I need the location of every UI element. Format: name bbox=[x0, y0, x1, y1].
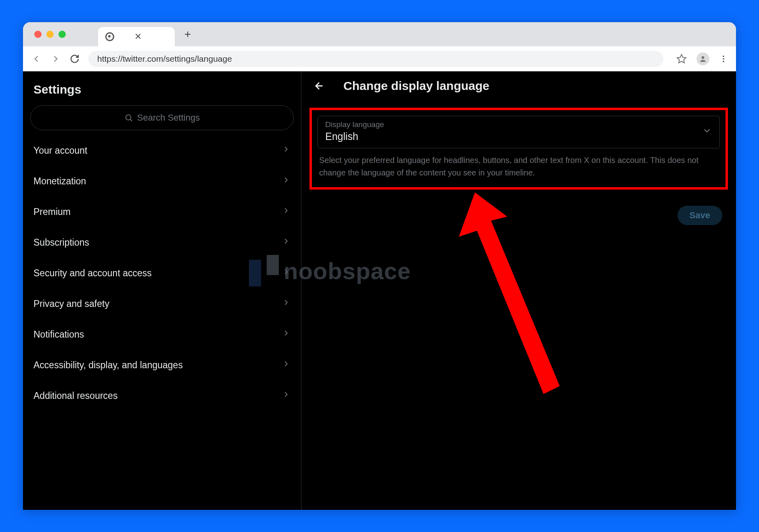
url-input[interactable]: https://twitter.com/settings/language bbox=[88, 51, 663, 67]
browser-toolbar: https://twitter.com/settings/language bbox=[23, 46, 736, 71]
display-language-select[interactable]: Display language English bbox=[318, 116, 720, 148]
search-placeholder: Search Settings bbox=[137, 113, 200, 123]
tab-close-icon[interactable]: ✕ bbox=[134, 31, 142, 42]
select-field-label: Display language bbox=[325, 120, 384, 129]
arrow-left-icon bbox=[314, 80, 325, 92]
chevron-right-icon bbox=[282, 390, 291, 401]
select-field-value: English bbox=[325, 131, 384, 142]
sidebar-item-label: Your account bbox=[33, 145, 87, 156]
sidebar-item-additional[interactable]: Additional resources bbox=[23, 380, 301, 411]
window-close-button[interactable] bbox=[34, 31, 42, 38]
kebab-menu-icon[interactable] bbox=[719, 54, 728, 63]
sidebar-item-monetization[interactable]: Monetization bbox=[23, 166, 301, 196]
sidebar-item-privacy[interactable]: Privacy and safety bbox=[23, 288, 301, 319]
window-minimize-button[interactable] bbox=[46, 31, 54, 38]
sidebar-item-security[interactable]: Security and account access bbox=[23, 258, 301, 288]
search-icon bbox=[124, 113, 133, 122]
sidebar-item-label: Notifications bbox=[33, 329, 84, 340]
nav-back-icon[interactable] bbox=[31, 54, 42, 64]
profile-avatar-icon[interactable] bbox=[696, 52, 709, 65]
sidebar-item-label: Subscriptions bbox=[33, 237, 89, 248]
svg-point-4 bbox=[723, 61, 724, 62]
chevron-right-icon bbox=[282, 267, 291, 279]
sidebar-item-accessibility[interactable]: Accessibility, display, and languages bbox=[23, 350, 301, 380]
bookmark-star-icon[interactable] bbox=[676, 54, 687, 64]
main-header: Change display language bbox=[301, 71, 736, 100]
nav-forward-icon[interactable] bbox=[50, 54, 61, 64]
search-settings-input[interactable]: Search Settings bbox=[30, 105, 294, 130]
back-button[interactable] bbox=[311, 78, 327, 94]
chevron-right-icon bbox=[282, 298, 291, 309]
sidebar-item-label: Premium bbox=[33, 207, 71, 217]
chevron-down-icon bbox=[702, 125, 712, 138]
svg-point-3 bbox=[723, 58, 724, 60]
browser-window: ✕ + https://twitter.com/settings/languag… bbox=[23, 22, 736, 510]
svg-point-5 bbox=[126, 115, 131, 120]
sidebar-item-label: Security and account access bbox=[33, 268, 152, 279]
chevron-right-icon bbox=[282, 145, 291, 156]
window-maximize-button[interactable] bbox=[59, 31, 66, 38]
browser-tabbar: ✕ + bbox=[23, 22, 736, 46]
chevron-right-icon bbox=[282, 329, 291, 340]
annotation-highlight: Display language English Select your pre… bbox=[309, 108, 728, 190]
chevron-right-icon bbox=[282, 175, 291, 187]
page-title: Change display language bbox=[343, 79, 489, 93]
chevron-right-icon bbox=[282, 206, 291, 217]
select-labels: Display language English bbox=[325, 120, 384, 142]
chevron-right-icon bbox=[282, 359, 291, 371]
chevron-right-icon bbox=[282, 237, 291, 248]
sidebar-item-premium[interactable]: Premium bbox=[23, 196, 301, 227]
svg-line-6 bbox=[130, 119, 132, 121]
sidebar-title: Settings bbox=[23, 76, 301, 105]
toolbar-actions bbox=[676, 52, 728, 65]
settings-menu: Your account Monetization Premium Subscr… bbox=[23, 135, 301, 411]
nav-reload-icon[interactable] bbox=[70, 54, 79, 64]
window-controls bbox=[34, 31, 66, 38]
save-button[interactable]: Save bbox=[677, 206, 722, 225]
main-panel: Change display language Display language… bbox=[301, 71, 736, 510]
url-text: https://twitter.com/settings/language bbox=[97, 54, 232, 64]
sidebar-item-subscriptions[interactable]: Subscriptions bbox=[23, 227, 301, 258]
app-content: Settings Search Settings Your account Mo… bbox=[23, 71, 736, 510]
sidebar-item-your-account[interactable]: Your account bbox=[23, 135, 301, 166]
sidebar-item-label: Additional resources bbox=[33, 390, 117, 401]
sidebar-item-notifications[interactable]: Notifications bbox=[23, 319, 301, 350]
svg-point-2 bbox=[723, 55, 724, 57]
chrome-favicon-icon bbox=[105, 32, 114, 41]
svg-point-1 bbox=[702, 56, 705, 59]
sidebar-item-label: Monetization bbox=[33, 176, 86, 187]
new-tab-button[interactable]: + bbox=[184, 28, 191, 41]
field-help-text: Select your preferred language for headl… bbox=[318, 148, 720, 179]
settings-sidebar: Settings Search Settings Your account Mo… bbox=[23, 71, 301, 510]
sidebar-item-label: Accessibility, display, and languages bbox=[33, 360, 183, 371]
browser-tab[interactable]: ✕ bbox=[98, 27, 175, 46]
sidebar-item-label: Privacy and safety bbox=[33, 298, 109, 309]
svg-marker-0 bbox=[677, 54, 686, 63]
